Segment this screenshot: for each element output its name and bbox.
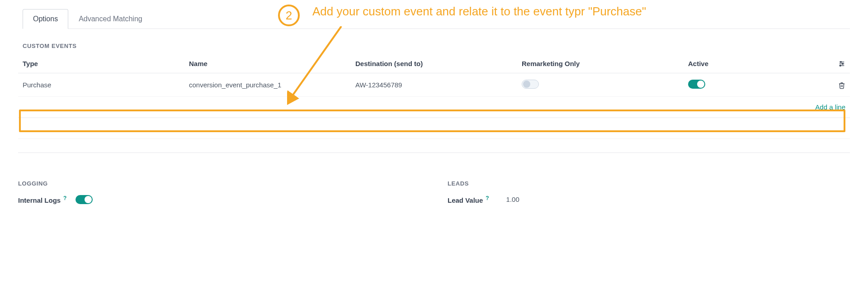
tab-advanced-matching[interactable]: Advanced Matching [68, 9, 153, 29]
svg-point-5 [842, 63, 844, 65]
col-active[interactable]: Active [684, 54, 816, 73]
tab-options-label: Options [33, 15, 58, 23]
active-toggle[interactable] [688, 80, 705, 89]
cell-name[interactable]: conversion_event_purchase_1 [184, 73, 351, 97]
leads-title: LEADS [448, 180, 850, 187]
col-name[interactable]: Name [184, 54, 351, 73]
settings-icon[interactable] [838, 59, 845, 67]
tab-bar: Options Advanced Matching [23, 9, 850, 29]
internal-logs-toggle[interactable] [75, 195, 93, 204]
lead-value-help-icon[interactable]: ? [486, 195, 489, 201]
remarketing-toggle[interactable] [522, 80, 539, 89]
cell-destination[interactable]: AW-123456789 [351, 73, 517, 97]
internal-logs-help-icon[interactable]: ? [63, 195, 66, 201]
col-remarketing[interactable]: Remarketing Only [517, 54, 684, 73]
svg-point-3 [840, 62, 842, 63]
svg-point-7 [840, 65, 841, 67]
cell-remarketing [517, 73, 684, 97]
col-type[interactable]: Type [18, 54, 184, 73]
logging-title: LOGGING [18, 180, 420, 187]
empty-row [18, 118, 850, 139]
col-destination[interactable]: Destination (send to) [351, 54, 517, 73]
table-row[interactable]: Purchase conversion_event_purchase_1 AW-… [18, 73, 850, 97]
col-settings[interactable] [816, 54, 850, 73]
cell-actions [816, 73, 850, 97]
lead-value-field[interactable]: 1.00 [506, 195, 519, 203]
lead-value-label: Lead Value [448, 196, 483, 204]
cell-type[interactable]: Purchase [18, 73, 184, 97]
section-divider [18, 153, 850, 153]
add-line-link[interactable]: Add a line [18, 97, 850, 118]
cell-active [684, 73, 816, 97]
internal-logs-label: Internal Logs [18, 196, 61, 204]
custom-events-table: Type Name Destination (send to) Remarket… [18, 54, 850, 139]
tab-options[interactable]: Options [23, 9, 68, 29]
trash-icon[interactable] [838, 81, 845, 89]
tab-advanced-label: Advanced Matching [79, 15, 142, 23]
custom-events-title: CUSTOM EVENTS [23, 43, 850, 49]
